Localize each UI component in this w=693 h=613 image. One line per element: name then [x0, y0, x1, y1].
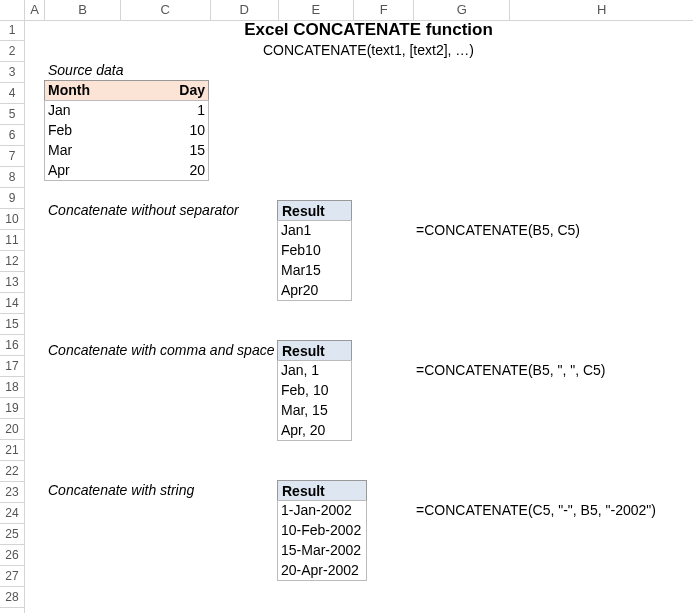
row-header[interactable]: 2: [0, 41, 24, 62]
row-header[interactable]: 10: [0, 209, 24, 230]
source-data-label: Source data: [44, 60, 209, 80]
col-header-g[interactable]: G: [414, 0, 510, 20]
col-header-f[interactable]: F: [354, 0, 414, 20]
result-header: Result: [277, 480, 367, 501]
row-header[interactable]: 20: [0, 419, 24, 440]
day-header: Day: [119, 80, 209, 100]
month-header: Month: [44, 80, 119, 100]
section-label: Concatenate without separator: [44, 200, 277, 220]
section-label: Concatenate with string: [44, 480, 277, 500]
result-cell[interactable]: Apr20: [277, 280, 352, 300]
month-cell[interactable]: Apr: [44, 160, 119, 180]
select-all-corner[interactable]: [0, 0, 25, 21]
page-title: Excel CONCATENATE function: [44, 20, 693, 40]
row-header[interactable]: 29: [0, 608, 24, 613]
day-cell[interactable]: 20: [119, 160, 209, 180]
col-header-e[interactable]: E: [279, 0, 354, 20]
row-header[interactable]: 12: [0, 251, 24, 272]
row-header[interactable]: 4: [0, 83, 24, 104]
result-header: Result: [277, 340, 352, 361]
row-header[interactable]: 15: [0, 314, 24, 335]
formula-text: =CONCATENATE(B5, ", ", C5): [412, 360, 693, 380]
result-cell[interactable]: Apr, 20: [277, 420, 352, 440]
col-header-d[interactable]: D: [211, 0, 279, 20]
result-cell[interactable]: Mar, 15: [277, 400, 352, 420]
row-header[interactable]: 14: [0, 293, 24, 314]
row-header[interactable]: 22: [0, 461, 24, 482]
row-header[interactable]: 16: [0, 335, 24, 356]
row-header[interactable]: 1: [0, 20, 24, 41]
day-cell[interactable]: 10: [119, 120, 209, 140]
month-cell[interactable]: Jan: [44, 100, 119, 120]
row-header[interactable]: 21: [0, 440, 24, 461]
day-cell[interactable]: 1: [119, 100, 209, 120]
row-header[interactable]: 13: [0, 272, 24, 293]
row-header[interactable]: 6: [0, 125, 24, 146]
row-header[interactable]: 3: [0, 62, 24, 83]
month-cell[interactable]: Mar: [44, 140, 119, 160]
result-cell[interactable]: 1-Jan-2002: [277, 500, 367, 520]
result-header: Result: [277, 200, 352, 221]
result-cell[interactable]: Feb10: [277, 240, 352, 260]
row-header[interactable]: 27: [0, 566, 24, 587]
row-header[interactable]: 19: [0, 398, 24, 419]
row-header[interactable]: 9: [0, 188, 24, 209]
result-cell[interactable]: Feb, 10: [277, 380, 352, 400]
col-header-h[interactable]: H: [510, 0, 693, 20]
row-header[interactable]: 23: [0, 482, 24, 503]
col-header-c[interactable]: C: [121, 0, 211, 20]
row-headers: 1 2 3 4 5 6 7 8 9 10 11 12 13 14 15 16 1…: [0, 20, 25, 613]
row-header[interactable]: 5: [0, 104, 24, 125]
row-header[interactable]: 26: [0, 545, 24, 566]
result-cell[interactable]: 15-Mar-2002: [277, 540, 367, 560]
row-header[interactable]: 24: [0, 503, 24, 524]
row-header[interactable]: 11: [0, 230, 24, 251]
row-header[interactable]: 17: [0, 356, 24, 377]
month-cell[interactable]: Feb: [44, 120, 119, 140]
row-header[interactable]: 18: [0, 377, 24, 398]
row-header[interactable]: 7: [0, 146, 24, 167]
row-header[interactable]: 28: [0, 587, 24, 608]
col-header-b[interactable]: B: [45, 0, 120, 20]
column-headers: A B C D E F G H: [0, 0, 693, 21]
formula-text: =CONCATENATE(B5, C5): [412, 220, 693, 240]
spreadsheet: A B C D E F G H 1 2 3 4 5 6 7 8 9 10 11 …: [0, 0, 693, 613]
formula-text: =CONCATENATE(C5, "-", B5, "-2002"): [412, 500, 693, 520]
row-header[interactable]: 25: [0, 524, 24, 545]
result-cell[interactable]: 20-Apr-2002: [277, 560, 367, 580]
result-cell[interactable]: 10-Feb-2002: [277, 520, 367, 540]
result-cell[interactable]: Jan1: [277, 220, 352, 240]
result-cell[interactable]: Mar15: [277, 260, 352, 280]
col-header-a[interactable]: A: [25, 0, 46, 20]
result-cell[interactable]: Jan, 1: [277, 360, 352, 380]
page-subtitle: CONCATENATE(text1, [text2], …): [44, 40, 693, 60]
day-cell[interactable]: 15: [119, 140, 209, 160]
section-label: Concatenate with comma and space: [44, 340, 277, 360]
row-header[interactable]: 8: [0, 167, 24, 188]
